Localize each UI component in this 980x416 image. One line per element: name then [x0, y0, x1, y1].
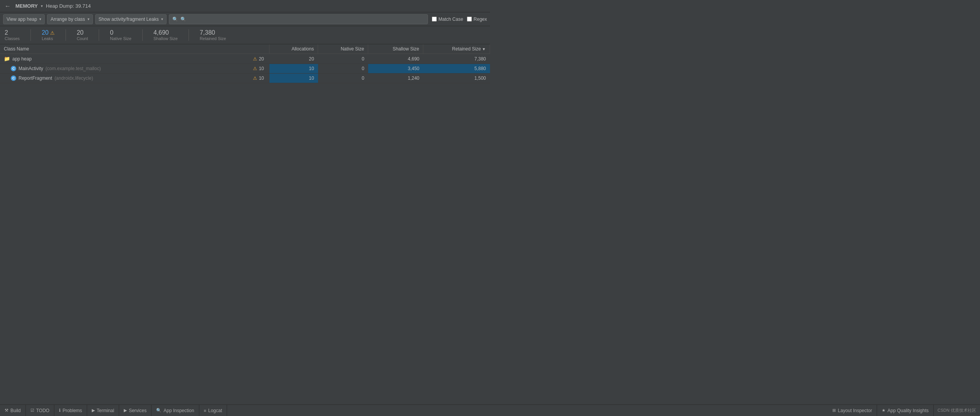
stat-classes: 2 Classes	[5, 29, 20, 41]
view-app-heap-arrow: ▾	[39, 17, 41, 21]
stat-native-size: 0 Native Size	[110, 29, 131, 41]
stat-count-value: 20	[77, 29, 84, 36]
stat-retained-size-label: Retained Size	[200, 36, 226, 41]
stats-row: 2 Classes 20 ⚠ Leaks 20 Count 0 Native S…	[0, 26, 490, 44]
table-header-row: Class Name Allocations Native Size Shall…	[0, 44, 490, 54]
native-size-cell: 0	[318, 64, 368, 74]
search-box: 🔍	[169, 14, 428, 24]
row-name: ReportFragment	[19, 75, 52, 81]
warn-count: 10	[259, 75, 264, 81]
shallow-size-cell: 3,450	[368, 64, 423, 74]
retained-size-cell: 5,880	[423, 64, 490, 74]
arrange-by-class-arrow: ▾	[88, 17, 89, 21]
stat-classes-label: Classes	[5, 36, 20, 41]
warn-count: 20	[259, 56, 264, 62]
stat-shallow-size-label: Shallow Size	[153, 36, 178, 41]
class-icon: C	[11, 66, 16, 71]
stat-retained-size-value: 7,380	[200, 29, 215, 36]
memory-dropdown-arrow[interactable]: ▾	[41, 4, 43, 8]
regex-checkbox[interactable]	[467, 17, 472, 22]
toolbar: View app heap ▾ Arrange by class ▾ Show …	[0, 12, 490, 26]
stat-native-size-value: 0	[110, 29, 113, 36]
heap-dump-label: Heap Dump: 39.714	[46, 3, 91, 9]
stat-shallow-size: 4,690 Shallow Size	[153, 29, 178, 41]
col-class-name[interactable]: Class Name	[0, 44, 269, 54]
shallow-size-cell: 1,240	[368, 74, 423, 83]
main-content: ← MEMORY ▾ Heap Dump: 39.714 View app he…	[0, 0, 490, 196]
stat-shallow-size-value: 4,690	[153, 29, 169, 36]
allocations-cell: 10	[269, 74, 318, 83]
stat-divider-4	[142, 29, 143, 41]
warn-triangle-icon: ⚠	[253, 75, 257, 81]
warn-count: 10	[259, 66, 264, 71]
view-app-heap-label: View app heap	[7, 17, 37, 22]
heap-table-container: Class Name Allocations Native Size Shall…	[0, 44, 490, 196]
table-row[interactable]: C MainActivity (com.example.test_malloc)…	[0, 64, 490, 74]
memory-label: MEMORY	[15, 3, 38, 9]
regex-checkbox-group[interactable]: Regex	[467, 17, 487, 22]
folder-icon: 📁	[4, 56, 10, 62]
table-row[interactable]: 📁 app heap ⚠ 20 20 0 4,690 7,380	[0, 54, 490, 64]
native-size-cell: 0	[318, 54, 368, 64]
regex-label: Regex	[473, 17, 487, 22]
col-allocations[interactable]: Allocations	[269, 44, 318, 54]
class-name-cell: C ReportFragment (androidx.lifecycle) ⚠ …	[0, 74, 269, 83]
col-native-size[interactable]: Native Size	[318, 44, 368, 54]
search-input[interactable]	[180, 17, 425, 22]
row-name: MainActivity	[19, 66, 43, 71]
col-shallow-size[interactable]: Shallow Size	[368, 44, 423, 54]
match-case-label: Match Case	[438, 17, 463, 22]
search-icon: 🔍	[172, 17, 178, 22]
stat-divider-5	[189, 29, 189, 41]
row-name: app heap	[12, 56, 32, 62]
show-leaks-label: Show activity/fragment Leaks	[99, 17, 159, 22]
class-icon: C	[11, 75, 16, 81]
stat-count-label: Count	[77, 36, 88, 41]
show-leaks-dropdown[interactable]: Show activity/fragment Leaks ▾	[95, 14, 167, 24]
allocations-cell: 10	[269, 64, 318, 74]
stat-divider-3	[99, 29, 99, 41]
col-retained-size[interactable]: Retained Size	[423, 44, 490, 54]
warn-triangle-icon: ⚠	[253, 56, 257, 62]
row-package: (androidx.lifecycle)	[54, 75, 93, 81]
retained-size-cell: 7,380	[423, 54, 490, 64]
stat-leaks: 20 ⚠ Leaks	[42, 29, 55, 41]
arrange-by-class-dropdown[interactable]: Arrange by class ▾	[47, 14, 93, 24]
stat-leaks-label: Leaks	[42, 36, 53, 41]
leaks-warn-icon: ⚠	[50, 30, 55, 36]
class-name-cell: 📁 app heap ⚠ 20	[0, 54, 269, 64]
native-size-cell: 0	[318, 74, 368, 83]
shallow-size-cell: 4,690	[368, 54, 423, 64]
stat-divider-2	[66, 29, 66, 41]
stat-divider-1	[30, 29, 31, 41]
class-name-cell: C MainActivity (com.example.test_malloc)…	[0, 64, 269, 74]
row-package: (com.example.test_malloc)	[45, 66, 101, 71]
view-app-heap-dropdown[interactable]: View app heap ▾	[3, 14, 45, 24]
title-bar: ← MEMORY ▾ Heap Dump: 39.714	[0, 0, 490, 12]
match-case-checkbox-group[interactable]: Match Case	[432, 17, 463, 22]
stat-count: 20 Count	[77, 29, 88, 41]
show-leaks-arrow: ▾	[161, 17, 163, 21]
table-row[interactable]: C ReportFragment (androidx.lifecycle) ⚠ …	[0, 74, 490, 83]
allocations-cell: 20	[269, 54, 318, 64]
stat-leaks-value: 20	[42, 29, 49, 36]
back-button[interactable]: ←	[3, 2, 12, 10]
stat-retained-size: 7,380 Retained Size	[200, 29, 226, 41]
stat-classes-value: 2	[5, 29, 8, 36]
retained-size-cell: 1,500	[423, 74, 490, 83]
warn-triangle-icon: ⚠	[253, 66, 257, 71]
arrange-by-class-label: Arrange by class	[51, 17, 85, 22]
stat-native-size-label: Native Size	[110, 36, 131, 41]
match-case-checkbox[interactable]	[432, 17, 437, 22]
heap-table: Class Name Allocations Native Size Shall…	[0, 44, 490, 83]
